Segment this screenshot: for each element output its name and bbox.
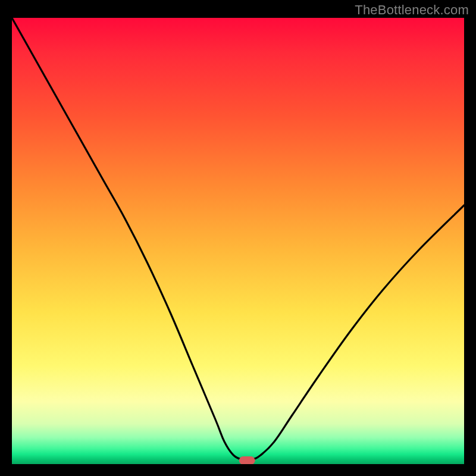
curve-svg: [12, 18, 464, 464]
watermark-text: TheBottleneck.com: [355, 2, 469, 18]
bottleneck-curve: [12, 18, 464, 461]
minimum-marker: [239, 457, 255, 465]
plot-area: [12, 18, 464, 464]
chart-frame: TheBottleneck.com: [0, 0, 476, 476]
